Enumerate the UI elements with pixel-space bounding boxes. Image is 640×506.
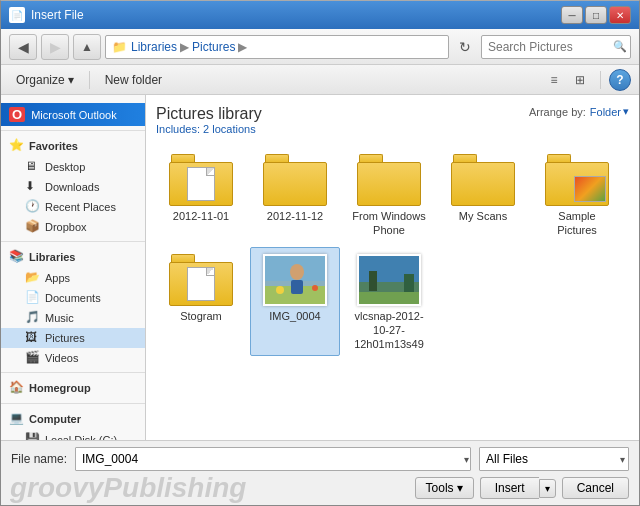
back-button[interactable]: ◀ (9, 34, 37, 60)
maximize-button[interactable]: □ (585, 6, 607, 24)
sidebar-section-computer: 💻 Computer 💾 Local Disk (C:) 💾 Local Dis… (1, 408, 145, 440)
toolbar-separator-2 (600, 71, 601, 89)
sidebar-item-recent[interactable]: 🕐 Recent Places (1, 197, 145, 217)
breadcrumb-pictures[interactable]: Pictures (192, 40, 235, 54)
file-grid: 2012-11-01 2012-11-12 From W (156, 143, 629, 356)
sidebar-header-favorites[interactable]: ⭐ Favorites (1, 135, 145, 157)
folder-with-img-icon (545, 154, 609, 206)
filename-dropdown-arrow[interactable]: ▾ (464, 454, 469, 465)
sidebar-item-desktop[interactable]: 🖥 Desktop (1, 157, 145, 177)
sidebar-item-music[interactable]: 🎵 Music (1, 308, 145, 328)
outlook-bar[interactable]: O Microsoft Outlook (1, 103, 145, 126)
new-folder-button[interactable]: New folder (98, 70, 169, 90)
sidebar-section-homegroup: 🏠 Homegroup (1, 377, 145, 399)
bottom-bar: File name: ▾ All Files ▾ Tools ▾ Insert (1, 440, 639, 505)
view-grid-button[interactable]: ⊞ (568, 69, 592, 91)
file-item-stogram[interactable]: Stogram (156, 247, 246, 357)
svg-rect-11 (404, 274, 414, 292)
downloads-icon: ⬇ (25, 179, 41, 195)
tools-label: Tools (426, 481, 454, 495)
sidebar-divider-2 (1, 372, 145, 373)
sidebar-divider-3 (1, 403, 145, 404)
desktop-icon: 🖥 (25, 159, 41, 175)
file-pane: Arrange by: Folder ▾ Pictures library In… (146, 95, 639, 440)
minimize-button[interactable]: ─ (561, 6, 583, 24)
breadcrumb-bar: 📁 Libraries ▶ Pictures ▶ (105, 35, 449, 59)
file-item-from-windows-phone[interactable]: From Windows Phone (344, 147, 434, 243)
view-buttons: ≡ ⊞ (542, 69, 592, 91)
insert-file-dialog: 📄 Insert File ─ □ ✕ ◀ ▶ ▲ 📁 Libraries ▶ … (0, 0, 640, 506)
close-button[interactable]: ✕ (609, 6, 631, 24)
title-bar: 📄 Insert File ─ □ ✕ (1, 1, 639, 29)
organize-arrow: ▾ (68, 73, 74, 87)
toolbar-separator (89, 71, 90, 89)
cancel-button[interactable]: Cancel (562, 477, 629, 499)
pane-subtitle: Includes: 2 locations (156, 123, 629, 135)
filename-input-wrap: ▾ (75, 447, 471, 471)
sidebar-section-libraries: 📚 Libraries 📂 Apps 📄 Documents 🎵 Music 🖼 (1, 246, 145, 368)
sidebar-item-downloads[interactable]: ⬇ Downloads (1, 177, 145, 197)
sidebar-item-apps[interactable]: 📂 Apps (1, 268, 145, 288)
c-drive-icon: 💾 (25, 432, 41, 440)
file-item-2012-11-01[interactable]: 2012-11-01 (156, 147, 246, 243)
doc-in-folder (187, 267, 215, 301)
insert-button[interactable]: Insert (480, 477, 539, 499)
sidebar-item-pictures[interactable]: 🖼 Pictures (1, 328, 145, 348)
file-name: Stogram (180, 309, 222, 323)
svg-rect-4 (291, 280, 303, 294)
refresh-button[interactable]: ↻ (453, 35, 477, 59)
homegroup-icon: 🏠 (9, 380, 25, 396)
filename-input[interactable] (75, 447, 471, 471)
sidebar-divider-1 (1, 241, 145, 242)
filetype-select[interactable]: All Files (479, 447, 629, 471)
file-item-sample-pictures[interactable]: Sample Pictures (532, 147, 622, 243)
sidebar-header-computer[interactable]: 💻 Computer (1, 408, 145, 430)
organize-label: Organize (16, 73, 65, 87)
insert-dropdown-button[interactable]: ▾ (539, 479, 556, 498)
file-item-my-scans[interactable]: My Scans (438, 147, 528, 243)
videos-icon: 🎬 (25, 350, 41, 366)
file-item-vlcsnap[interactable]: vlcsnap-2012-10-27-12h01m13s49 (344, 247, 434, 357)
file-item-img-0004[interactable]: IMG_0004 (250, 247, 340, 357)
outlook-icon: O (9, 107, 25, 122)
folder-icon (263, 154, 327, 206)
sidebar-section-favorites: ⭐ Favorites 🖥 Desktop ⬇ Downloads 🕐 Rece… (1, 135, 145, 237)
search-input[interactable] (481, 35, 631, 59)
organize-button[interactable]: Organize ▾ (9, 70, 81, 90)
file-name: 2012-11-01 (173, 209, 229, 223)
main-area: O Microsoft Outlook ⭐ Favorites 🖥 Deskto… (1, 95, 639, 440)
pane-header: Arrange by: Folder ▾ Pictures library In… (156, 105, 629, 135)
music-icon: 🎵 (25, 310, 41, 326)
arrange-label: Arrange by: (529, 106, 586, 118)
new-folder-label: New folder (105, 73, 162, 87)
folder-icon (451, 154, 515, 206)
sidebar-header-homegroup[interactable]: 🏠 Homegroup (1, 377, 145, 399)
breadcrumb-icon: 📁 (112, 40, 127, 54)
sidebar-divider-0 (1, 130, 145, 131)
help-button[interactable]: ? (609, 69, 631, 91)
sidebar-header-libraries[interactable]: 📚 Libraries (1, 246, 145, 268)
dialog-icon: 📄 (9, 7, 25, 23)
breadcrumb-libraries[interactable]: Libraries (131, 40, 177, 54)
favorites-label: Favorites (29, 140, 78, 152)
sidebar-item-documents[interactable]: 📄 Documents (1, 288, 145, 308)
libraries-icon: 📚 (9, 249, 25, 265)
up-button[interactable]: ▲ (73, 34, 101, 60)
file-name: From Windows Phone (349, 209, 429, 238)
svg-rect-12 (359, 292, 421, 306)
sidebar-item-c-drive[interactable]: 💾 Local Disk (C:) (1, 430, 145, 440)
tools-button[interactable]: Tools ▾ (415, 477, 474, 499)
file-item-2012-11-12[interactable]: 2012-11-12 (250, 147, 340, 243)
svg-rect-10 (369, 271, 377, 291)
arrange-value-button[interactable]: Folder ▾ (590, 105, 629, 118)
search-wrap: 🔍 (481, 35, 631, 59)
svg-point-6 (312, 285, 318, 291)
view-list-button[interactable]: ≡ (542, 69, 566, 91)
outlook-label: Microsoft Outlook (31, 109, 117, 121)
forward-button[interactable]: ▶ (41, 34, 69, 60)
sidebar-item-dropbox[interactable]: 📦 Dropbox (1, 217, 145, 237)
sidebar-item-videos[interactable]: 🎬 Videos (1, 348, 145, 368)
dropbox-icon: 📦 (25, 219, 41, 235)
search-icon[interactable]: 🔍 (613, 40, 627, 53)
file-name: My Scans (459, 209, 507, 223)
